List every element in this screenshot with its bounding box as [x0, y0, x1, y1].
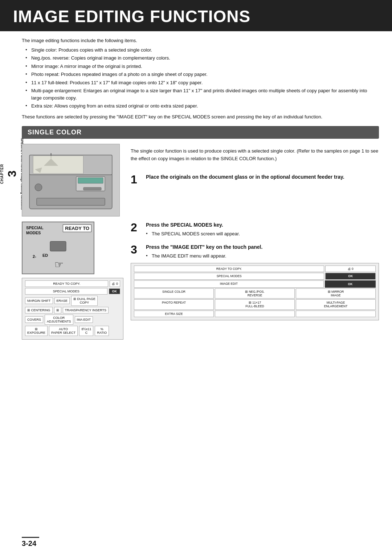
rp-extra-size: EXTRA SIZE: [134, 311, 214, 317]
chapter-number: 3: [5, 171, 19, 177]
panel-print-icon: 🖨 0: [110, 280, 120, 287]
modes-button: [50, 241, 66, 251]
panel-paper-size: 8½x11C: [79, 326, 93, 336]
intro-list-item: Photo repeat: Produces repeated images o…: [25, 71, 379, 78]
svg-rect-9: [83, 187, 102, 190]
rp-row-3: IMAGE EDIT OK: [134, 280, 376, 288]
panel-row-3: MARGIN SHIFT ERASE ⊞ DUAL PAGECOPY: [25, 296, 120, 306]
single-color-desc: The single color function is used to pro…: [131, 147, 379, 163]
step-3-content: Press the "IMAGE EDIT" key on the touch …: [146, 244, 262, 259]
rp-row-4: SINGLE COLOR ⊞ NEG./POS.REVERSE ⊞ MIRROR…: [134, 288, 376, 299]
number-label: 2-: [33, 254, 36, 259]
rp-ok-1: OK: [325, 273, 376, 279]
intro-list-item: Multi-page enlargement: Enlarges an orig…: [25, 87, 379, 101]
intro-list-item: 11 x 17 full-bleed: Produces 11" x 17" f…: [25, 79, 379, 86]
page-header: IMAGE EDITING FUNCTIONS: [0, 0, 392, 31]
step-2-block: 2 Press the SPECIAL MODES key. The SPECI…: [131, 222, 379, 237]
rp-row-2: SPECIAL MODES OK: [134, 273, 376, 279]
step-1-number: 1: [131, 174, 141, 185]
panel-row-5: COVERS COLORADJUSTMENTS IMA EDIT: [25, 315, 120, 325]
step-2-number: 2: [131, 222, 141, 233]
panel-ready-copy: READY TO COPY.: [25, 280, 108, 287]
intro-list: Single color: Produces copies with a sel…: [22, 46, 379, 110]
chapter-sidebar: CHAPTER 3 SPECIAL FUNCTIONS Image editin…: [0, 138, 24, 210]
main-content: The image editing functions include the …: [0, 37, 392, 343]
ed-label: ED: [42, 253, 48, 258]
rp-empty-2: [296, 311, 376, 317]
rp-special-modes: SPECIAL MODES: [134, 273, 324, 279]
section-header: SINGLE COLOR: [22, 126, 379, 139]
intro-opening: The image editing functions include the …: [22, 37, 379, 44]
rp-empty-1: [215, 311, 295, 317]
panel-ratio: %RATIO: [95, 326, 109, 336]
svg-rect-4: [78, 178, 103, 183]
panel-erase: ERASE: [54, 297, 70, 304]
rp-row-1: READY TO COPY. 🖨 0: [134, 266, 376, 272]
chapter-label: CHAPTER: [0, 164, 4, 184]
rp-photo-repeat: PHOTO REPEAT: [134, 299, 214, 309]
panel-row-4: ⊞ CENTERING ⊞ TRANSPARENCY INSERTS: [25, 307, 120, 313]
rp-image-edit: IMAGE EDIT: [134, 280, 324, 288]
step-1-block: 1 Place the originals on the document gl…: [131, 174, 379, 185]
panel-covers: COVERS: [25, 316, 43, 323]
rp-single-color: SINGLE COLOR: [134, 288, 214, 299]
step-1-content: Place the originals on the document glas…: [146, 174, 344, 182]
panel-trans-icon: ⊞: [54, 307, 61, 313]
rp-neg-pos: ⊞ NEG./POS.REVERSE: [215, 288, 295, 299]
step-2-bullets: The SPECIAL MODES screen will appear.: [146, 230, 240, 238]
step-3-bullets: The IMAGE EDIT menu will appear.: [146, 252, 262, 260]
panel-special-modes: SPECIAL MODES: [25, 288, 107, 295]
step-2-content: Press the SPECIAL MODES key. The SPECIAL…: [146, 222, 240, 237]
page-title: IMAGE EDITING FUNCTIONS: [13, 7, 379, 26]
rp-ready-copy: READY TO COPY.: [134, 266, 324, 272]
bottom-left: SPECIAL MODES READY TO ☞ 2- ED READY TO …: [22, 222, 123, 343]
rp-full-bleed: ⊞ 11×17FULL-BLEED: [215, 299, 295, 309]
image-col: [22, 144, 123, 216]
special-modes-label: SPECIAL MODES: [26, 225, 44, 236]
step-3-block: 3 Press the "IMAGE EDIT" key on the touc…: [131, 244, 379, 259]
panel-paper-select: AUTOPAPER SELECT: [49, 326, 78, 336]
intro-closing: These functions are selected by pressing…: [22, 113, 379, 121]
rp-row-6: EXTRA SIZE: [134, 311, 376, 317]
rp-multipage: MULTI-PAGEENLARGEMENT: [296, 299, 376, 309]
panel-margin-shift: MARGIN SHIFT: [25, 297, 53, 304]
rp-mirror: ⊞ MIRRORIMAGE: [296, 288, 376, 299]
single-color-intro: The single color function is used to pro…: [22, 144, 379, 216]
panel-row-6: ⊞EXPOSURE AUTOPAPER SELECT 8½x11C %RATIO: [25, 326, 120, 336]
intro-list-item: Mirror image: A mirror image of the orig…: [25, 63, 379, 70]
intro-section: The image editing functions include the …: [22, 37, 379, 120]
panel-row-2: SPECIAL MODES OK: [25, 288, 120, 295]
rp-print-icon: 🖨 0: [325, 266, 376, 272]
svg-rect-8: [33, 156, 83, 174]
bottom-section: SPECIAL MODES READY TO ☞ 2- ED READY TO …: [22, 222, 379, 343]
right-panel-mockup: READY TO COPY. 🖨 0 SPECIAL MODES OK IMAG…: [131, 263, 379, 320]
step-2-bullet-1: The SPECIAL MODES screen will appear.: [146, 230, 240, 238]
description-col: The single color function is used to pro…: [131, 144, 379, 216]
finger-icon: ☞: [54, 259, 64, 271]
panel-image-edit: IMA EDIT: [75, 316, 93, 323]
step-1-title: Place the originals on the document glas…: [146, 174, 344, 181]
svg-point-10: [35, 184, 42, 191]
left-panel-mockup: READY TO COPY. 🖨 0 SPECIAL MODES OK MARG…: [22, 278, 123, 340]
intro-list-item: Single color: Produces copies with a sel…: [25, 46, 379, 54]
panel-dual-page: ⊞ DUAL PAGECOPY: [71, 296, 98, 306]
panel-exposure: ⊞EXPOSURE: [25, 326, 48, 336]
panel-ok-1: OK: [109, 288, 121, 294]
panel-color-adj: COLORADJUSTMENTS: [45, 315, 73, 325]
step-3-number: 3: [131, 244, 141, 255]
special-modes-image: SPECIAL MODES READY TO ☞ 2- ED: [22, 222, 94, 274]
rp-row-5: PHOTO REPEAT ⊞ 11×17FULL-BLEED MULTI-PAG…: [134, 299, 376, 309]
step-3-title: Press the "IMAGE EDIT" key on the touch …: [146, 244, 262, 251]
panel-transparency: TRANSPARENCY INSERTS: [63, 307, 109, 313]
ready-to-label: READY TO: [63, 224, 91, 232]
intro-list-item: Extra size: Allows copying from an extra…: [25, 102, 379, 110]
panel-row-1: READY TO COPY. 🖨 0: [25, 280, 120, 287]
panel-centering: ⊞ CENTERING: [25, 307, 53, 313]
page-number: 3-24: [22, 537, 39, 548]
step-2-title: Press the SPECIAL MODES key.: [146, 222, 240, 229]
svg-rect-2: [37, 198, 105, 206]
bottom-right: 2 Press the SPECIAL MODES key. The SPECI…: [131, 222, 379, 343]
rp-ok-2: OK: [325, 280, 376, 288]
intro-list-item: Neg./pos. reverse: Copies original image…: [25, 54, 379, 62]
step-3-bullet-1: The IMAGE EDIT menu will appear.: [146, 252, 262, 260]
